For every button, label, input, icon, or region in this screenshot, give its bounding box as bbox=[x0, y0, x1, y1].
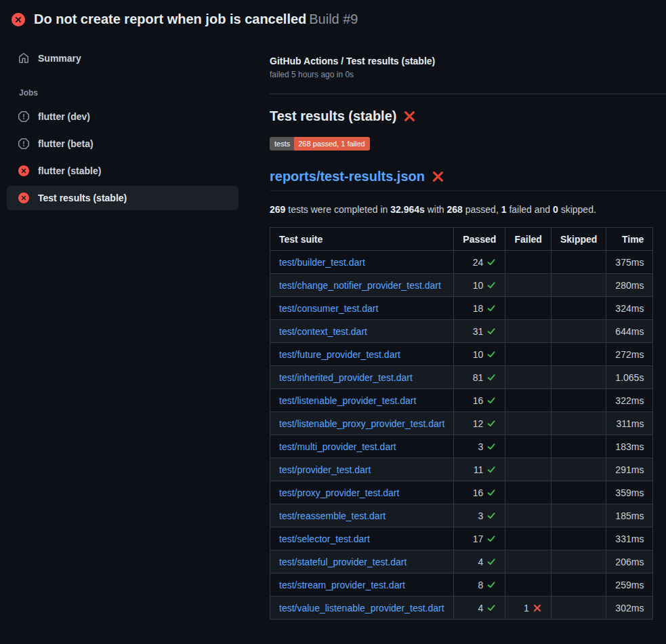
test-suite-link[interactable]: test/context_test.dart bbox=[279, 326, 367, 337]
table-row: test/stateful_provider_test.dart4206ms bbox=[270, 550, 653, 573]
test-suite-link[interactable]: test/stateful_provider_test.dart bbox=[279, 557, 407, 567]
failed-status-icon bbox=[18, 193, 29, 203]
table-row: test/change_notifier_provider_test.dart1… bbox=[270, 274, 653, 297]
breadcrumb[interactable]: GitHub Actions / Test results (stable) bbox=[270, 56, 666, 66]
test-suite-link[interactable]: test/value_listenable_provider_test.dart bbox=[279, 603, 444, 613]
test-suite-link[interactable]: test/stream_provider_test.dart bbox=[279, 580, 405, 590]
sidebar-item-job-flutter-stable[interactable]: flutter (stable) bbox=[7, 159, 238, 183]
skipped-count-cell bbox=[551, 366, 606, 389]
time-cell: 185ms bbox=[606, 504, 653, 527]
sidebar-summary-label: Summary bbox=[38, 53, 81, 64]
skipped-count-cell bbox=[551, 251, 606, 274]
table-row: test/selector_test.dart17331ms bbox=[270, 527, 653, 550]
table-header-row: Test suite Passed Failed Skipped Time bbox=[270, 228, 653, 251]
test-suite-cell: test/multi_provider_test.dart bbox=[270, 435, 454, 458]
job-results-panel: GitHub Actions / Test results (stable) f… bbox=[264, 35, 666, 620]
time-cell: 291ms bbox=[606, 458, 653, 481]
time-cell: 375ms bbox=[606, 251, 653, 274]
failed-count-cell: 1 bbox=[505, 597, 551, 620]
test-suite-link[interactable]: test/inherited_provider_test.dart bbox=[279, 372, 413, 383]
failed-count-cell bbox=[505, 389, 551, 412]
check-icon bbox=[486, 281, 496, 290]
test-suite-cell: test/builder_test.dart bbox=[270, 251, 454, 274]
table-row: test/value_listenable_provider_test.dart… bbox=[270, 597, 653, 620]
time-cell: 311ms bbox=[606, 412, 653, 435]
sidebar-item-job-test-results-stable[interactable]: Test results (stable) bbox=[7, 186, 238, 210]
summary-sentence: 269 tests were completed in 32.964s with… bbox=[270, 204, 666, 215]
test-suite-link[interactable]: test/proxy_provider_test.dart bbox=[279, 487, 399, 498]
test-suite-cell: test/selector_test.dart bbox=[270, 527, 454, 550]
table-row: test/proxy_provider_test.dart16359ms bbox=[270, 481, 653, 504]
test-suite-link[interactable]: test/change_notifier_provider_test.dart bbox=[279, 280, 441, 291]
failed-status-icon bbox=[18, 165, 29, 176]
time-cell: 331ms bbox=[606, 527, 653, 550]
time-cell: 183ms bbox=[606, 435, 653, 458]
failed-status-icon bbox=[12, 13, 25, 26]
failed-x-icon bbox=[432, 170, 444, 183]
skipped-count-cell bbox=[551, 412, 606, 435]
failed-count-cell bbox=[505, 481, 551, 504]
passed-count-cell: 4 bbox=[454, 550, 505, 573]
passed-count-cell: 11 bbox=[454, 458, 505, 481]
cross-icon bbox=[533, 603, 542, 613]
test-suite-cell: test/value_listenable_provider_test.dart bbox=[270, 597, 454, 620]
test-suite-cell: test/provider_test.dart bbox=[270, 458, 454, 481]
table-row: test/listenable_proxy_provider_test.dart… bbox=[270, 412, 653, 435]
sidebar-item-job-flutter-beta[interactable]: flutter (beta) bbox=[7, 132, 238, 156]
passed-count-cell: 8 bbox=[454, 573, 505, 597]
jobs-sidebar: Summary Jobs flutter (dev) flutter (beta… bbox=[0, 35, 264, 213]
test-suite-link[interactable]: test/builder_test.dart bbox=[279, 257, 365, 268]
test-suite-cell: test/stream_provider_test.dart bbox=[270, 573, 454, 597]
check-icon bbox=[486, 327, 496, 336]
report-file-link[interactable]: reports/test-results.json bbox=[270, 169, 425, 184]
test-suite-link[interactable]: test/selector_test.dart bbox=[279, 534, 370, 544]
sidebar-item-job-flutter-dev[interactable]: flutter (dev) bbox=[7, 104, 238, 129]
passed-count-cell: 16 bbox=[454, 481, 505, 504]
table-row: test/future_provider_test.dart10272ms bbox=[270, 343, 653, 366]
skipped-count-cell bbox=[551, 481, 606, 504]
table-row: test/listenable_provider_test.dart16322m… bbox=[270, 389, 653, 412]
time-cell: 302ms bbox=[606, 597, 653, 620]
test-suite-link[interactable]: test/provider_test.dart bbox=[279, 464, 371, 475]
skipped-count-cell bbox=[551, 458, 606, 481]
passed-count-cell: 10 bbox=[454, 274, 505, 297]
table-row: test/inherited_provider_test.dart811.065… bbox=[270, 366, 653, 389]
passed-count-cell: 4 bbox=[454, 597, 505, 620]
check-icon bbox=[486, 534, 496, 544]
table-row: test/stream_provider_test.dart8259ms bbox=[270, 573, 653, 597]
table-row: test/context_test.dart31644ms bbox=[270, 320, 653, 343]
test-suite-link[interactable]: test/multi_provider_test.dart bbox=[279, 441, 396, 452]
test-suite-cell: test/listenable_provider_test.dart bbox=[270, 389, 454, 412]
summary-skipped: 0 bbox=[553, 204, 558, 215]
test-suite-link[interactable]: test/reassemble_test.dart bbox=[279, 510, 386, 521]
time-cell: 322ms bbox=[606, 389, 653, 412]
failed-count-cell bbox=[505, 435, 551, 458]
passed-count-cell: 12 bbox=[454, 412, 505, 435]
check-icon bbox=[486, 419, 496, 428]
summary-passed: 268 bbox=[447, 204, 463, 215]
passed-count-cell: 3 bbox=[454, 504, 505, 527]
skipped-count-cell bbox=[551, 597, 606, 620]
skipped-count-cell bbox=[551, 297, 606, 320]
report-heading: reports/test-results.json bbox=[270, 169, 666, 191]
sidebar-item-summary[interactable]: Summary bbox=[7, 46, 238, 71]
test-suite-link[interactable]: test/listenable_provider_test.dart bbox=[279, 395, 416, 406]
column-header-test-suite: Test suite bbox=[270, 228, 454, 251]
column-header-failed: Failed bbox=[505, 228, 551, 251]
test-suite-cell: test/stateful_provider_test.dart bbox=[270, 550, 454, 573]
page-layout: Summary Jobs flutter (dev) flutter (beta… bbox=[0, 35, 666, 620]
test-suite-link[interactable]: test/consumer_test.dart bbox=[279, 303, 378, 314]
skipped-count-cell bbox=[551, 274, 606, 297]
test-suite-cell: test/future_provider_test.dart bbox=[270, 343, 454, 366]
build-number: Build #9 bbox=[309, 12, 358, 26]
skipped-count-cell bbox=[551, 550, 606, 573]
passed-count-cell: 3 bbox=[454, 435, 505, 458]
failed-count-cell bbox=[505, 343, 551, 366]
test-suite-link[interactable]: test/future_provider_test.dart bbox=[279, 349, 400, 360]
failed-count-cell bbox=[505, 504, 551, 527]
failed-count-cell bbox=[505, 251, 551, 274]
failed-x-icon bbox=[403, 110, 416, 123]
test-suite-cell: test/proxy_provider_test.dart bbox=[270, 481, 454, 504]
skipped-count-cell bbox=[551, 343, 606, 366]
test-suite-link[interactable]: test/listenable_proxy_provider_test.dart bbox=[279, 418, 444, 429]
